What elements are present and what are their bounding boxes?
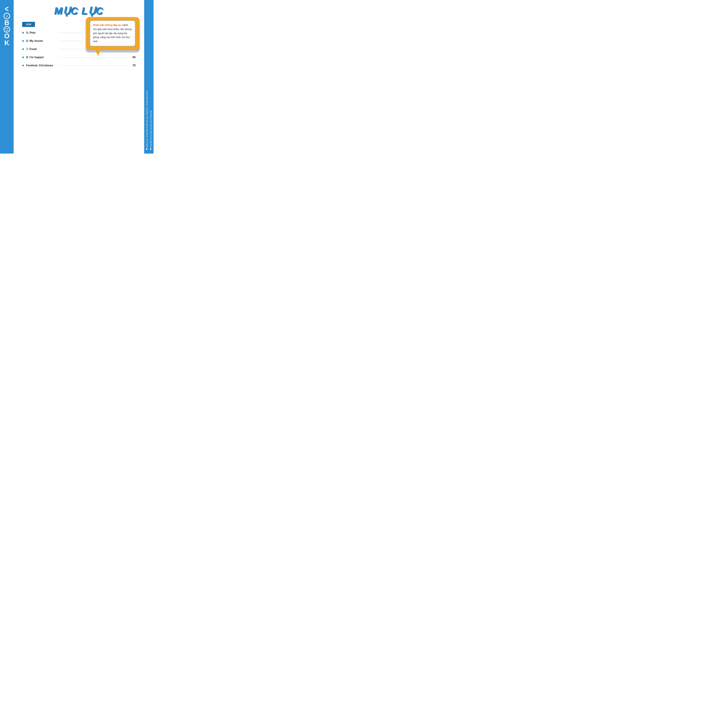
row-label-5: Festival: Christmas [26, 64, 57, 67]
page-title-container: MỤC LỤC [22, 5, 136, 17]
table-row: 8. I'm happy! 55 [22, 53, 136, 61]
row-dots-line-4 [59, 57, 129, 58]
row-label-4: 8. I'm happy! [26, 56, 57, 59]
o-letter: O [4, 32, 9, 40]
right-text-1: Build-up 1B - Không đáp án (theo bộ sách… [146, 90, 148, 148]
row-label-2: 6. My house [26, 39, 57, 43]
b-letter: B [5, 19, 9, 26]
row-dot-2 [22, 40, 24, 42]
row-dot-3 [22, 48, 24, 50]
left-sidebar: < B O K [0, 0, 14, 153]
page-title: MỤC LỤC [54, 5, 104, 16]
row-dots-line-5 [59, 65, 129, 66]
right-sidebar-item-2: Phát triển vốn từ vựng, cấu trúc câu, kĩ… [150, 110, 152, 150]
row-dot-5 [22, 65, 24, 66]
chevron-icon: < [5, 5, 9, 13]
right-text-2: Phát triển vốn từ vựng, cấu trúc câu, kĩ… [150, 110, 152, 148]
row-page-5: 70 [130, 64, 136, 67]
main-content: MỤC LỤC Phiên bản không đáp án: Dành cho… [14, 0, 144, 153]
speech-bubble-body: Dành cho giáo viên tham khảo, làm phong … [93, 24, 132, 43]
speech-bubble: Phiên bản không đáp án: Dành cho giáo vi… [86, 17, 139, 50]
row-dot-1 [22, 32, 24, 34]
unit-badge: Unit [22, 22, 35, 27]
right-sidebar-content: Build-up 1B - Không đáp án (theo bộ sách… [146, 90, 152, 150]
table-row: Festival: Christmas 70 [22, 61, 136, 70]
speech-bubble-container: Phiên bản không đáp án: Dành cho giáo vi… [86, 17, 139, 50]
row-label-1: 5. Pets [26, 31, 57, 34]
row-dot-4 [22, 57, 24, 58]
right-sidebar: Build-up 1B - Không đáp án (theo bộ sách… [144, 0, 153, 153]
ccbook-logo: < B O K [4, 3, 10, 46]
right-sidebar-item-1: Build-up 1B - Không đáp án (theo bộ sách… [146, 90, 148, 150]
row-page-4: 55 [130, 56, 136, 59]
c-eye-icon [4, 13, 10, 19]
speech-bubble-highlight: Phiên bản không đáp án: [93, 24, 122, 26]
row-label-3: 7. Food [26, 47, 57, 51]
o-smiley-icon [4, 26, 10, 32]
speech-bubble-inner: Phiên bản không đáp án: Dành cho giáo vi… [90, 20, 135, 46]
speech-bubble-text: Phiên bản không đáp án: Dành cho giáo vi… [93, 24, 132, 43]
row-dots-line-3 [59, 49, 86, 49]
right-dot-2 [150, 148, 151, 150]
right-dot-1 [146, 148, 147, 150]
k-letter: K [5, 40, 9, 46]
